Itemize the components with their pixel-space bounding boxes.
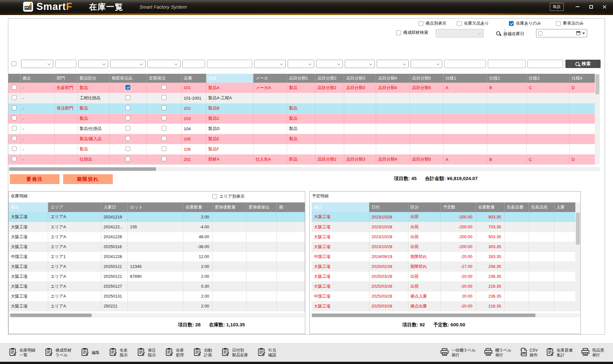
filter-input-14[interactable] [444,60,486,68]
flag-cell[interactable] [109,154,147,164]
inventory-row[interactable]: 大阪工場エリアA20250121678902.00 [9,271,305,281]
inventory-row[interactable]: 大阪工場エリアA202501312.00 [9,291,305,301]
row-select-cell[interactable] [8,124,20,134]
filter-dropdown-9[interactable] [288,60,314,68]
column-header[interactable]: 品目分類1 [287,74,315,83]
filter-dropdown-5[interactable] [148,60,180,68]
column-header[interactable]: 品名 [206,74,253,83]
flag-cell[interactable] [147,83,181,93]
row-select-cell[interactable] [8,154,20,164]
column-header[interactable]: ロット [128,202,183,212]
search-button[interactable]: 検索 [565,60,601,68]
column-header[interactable]: 予定数 [441,202,476,212]
item-table-vertical-scrollbar[interactable] [595,74,600,164]
row-checkbox[interactable] [12,116,17,120]
schedule-row[interactable]: 大阪工場2025/03/28拠点出庫-20.00216.35 [312,301,575,311]
schedule-horizontal-scrollbar[interactable] [311,313,580,317]
row-select-cell[interactable] [8,93,20,103]
area-view-checkbox[interactable] [212,194,217,199]
filter-input-6[interactable] [182,60,205,68]
scrollbar-thumb[interactable] [576,213,580,245]
filter-dropdown-4[interactable] [110,60,146,68]
flag-checkbox[interactable] [125,116,130,120]
row-select-cell[interactable] [8,134,20,144]
legend-reorder-button[interactable]: 要発注 [10,174,59,184]
item-row[interactable]: -仕掛品201部材A仕入先A部品品目分類2品目分類3品目分類4品目分類5ABCD [8,154,595,164]
maximize-button[interactable] [587,3,595,10]
scrollbar-thumb[interactable] [595,74,599,94]
flag-cell[interactable] [147,103,181,113]
column-header[interactable]: 拠点 [9,202,48,212]
column-header[interactable]: 品目分類5 [410,74,443,83]
flag-cell[interactable] [109,113,147,124]
inventory-row[interactable]: 大阪工場エリアA2024122648.00 [9,232,305,242]
filter-dropdown-10[interactable] [316,60,343,68]
column-header[interactable]: 入庫日 [101,202,128,212]
legend-expired-button[interactable]: 期限切れ [63,174,113,184]
flag-cell[interactable] [147,93,181,103]
row-checkbox[interactable] [12,85,17,90]
column-header[interactable]: メーカ [253,74,287,83]
scrollbar-thumb[interactable] [9,167,156,171]
flag-cell[interactable] [109,134,147,144]
inventory-row[interactable]: 中国工場エリア12024122612.00 [9,252,305,262]
row-select-cell[interactable] [8,113,20,124]
close-icon[interactable] [600,3,609,10]
flag-checkbox[interactable] [125,146,130,151]
item-row[interactable]: -製品/仕掛品104製品D製品 [8,124,595,134]
filter-input-2[interactable] [55,60,76,68]
flag-checkbox[interactable] [162,136,166,141]
column-header[interactable]: 仕様4 [569,74,595,83]
flag-checkbox[interactable] [125,126,130,131]
inventory-row[interactable]: 大阪工場エリアA202501270.30 [9,281,305,291]
column-header[interactable]: 在庫数量 [476,202,504,212]
column-header[interactable]: 仕様1 [443,74,487,83]
schedule-row[interactable]: 大阪工場2023/10/28出荷-200.00903.35 [312,212,575,222]
toolbar-button-在庫処理[interactable]: 在庫処理 [165,348,184,358]
item-row[interactable]: -生産部門製品101製品AメーカA製品品目分類2品目分類3品目分類4品目分類5A… [8,83,595,93]
inventory-horizontal-scrollbar[interactable] [9,313,304,317]
flag-checkbox[interactable] [162,146,166,151]
carryover-date-checkbox[interactable] [538,31,542,35]
column-header[interactable]: 製品区分 [77,74,109,83]
scrollbar-thumb[interactable] [10,314,92,317]
toolbar-button-引当確認[interactable]: 引当確認 [258,348,276,358]
top-filter-2[interactable]: 在庫ありのみ [509,20,541,26]
column-header[interactable]: 仕様3 [526,74,569,83]
row-checkbox[interactable] [12,146,17,151]
toolbar-button-一括棚ラベル発行[interactable]: 一括棚ラベル発行 [440,348,476,358]
row-checkbox[interactable] [12,105,17,110]
filter-dropdown-1[interactable] [21,60,53,68]
column-header[interactable]: 期 [277,202,305,212]
column-header[interactable]: 日付 [369,202,408,212]
row-select-cell[interactable] [8,83,20,93]
flag-cell[interactable] [109,103,147,113]
inventory-row[interactable]: 大阪工場エリアA2502212.00 [9,301,305,311]
schedule-row[interactable]: 大阪工場2023/10/28出荷-200.00303.35 [312,242,575,252]
schedule-row[interactable]: 大阪工場2025/03/28出荷-20.00236.35 [312,271,575,281]
minimize-button[interactable] [573,3,582,10]
column-header[interactable]: 在庫数量 [183,202,213,212]
column-header[interactable]: 拠点 [312,202,369,212]
schedule-row[interactable]: 大阪工場2023/10/28出荷-200.00503.35 [312,232,575,242]
schedule-row[interactable]: 大阪工場2025/02/28期限切れ-27.00256.35 [312,262,575,271]
flag-cell[interactable] [109,144,147,154]
schedule-row[interactable]: 大阪工場2025/03/28出荷-20.00216.35 [312,281,575,291]
flag-checkbox[interactable] [125,95,130,100]
column-header[interactable]: 変換後単位 [246,202,277,212]
filter-select-all-checkbox[interactable] [11,61,16,66]
inventory-row[interactable]: 大阪工場エリアA202412192.00 [9,212,305,222]
item-row[interactable]: -製品/購入品105製品E製品 [8,134,595,144]
row-checkbox[interactable] [12,126,17,131]
flag-cell[interactable] [147,124,181,134]
column-header[interactable]: 品目分類3 [344,74,376,83]
column-header[interactable]: 生産品番 [504,202,529,212]
top-filter-checkbox-2[interactable] [509,21,514,26]
carryover-date-picker[interactable] [536,29,587,37]
schedule-row[interactable]: 中国工場2025/03/28拠点入庫20.00236.35 [312,291,575,301]
row-select-cell[interactable] [8,144,20,154]
column-header[interactable]: 品番 [181,74,206,83]
flag-checkbox[interactable] [162,105,166,110]
row-checkbox[interactable] [12,95,17,100]
flag-cell[interactable] [147,113,181,124]
